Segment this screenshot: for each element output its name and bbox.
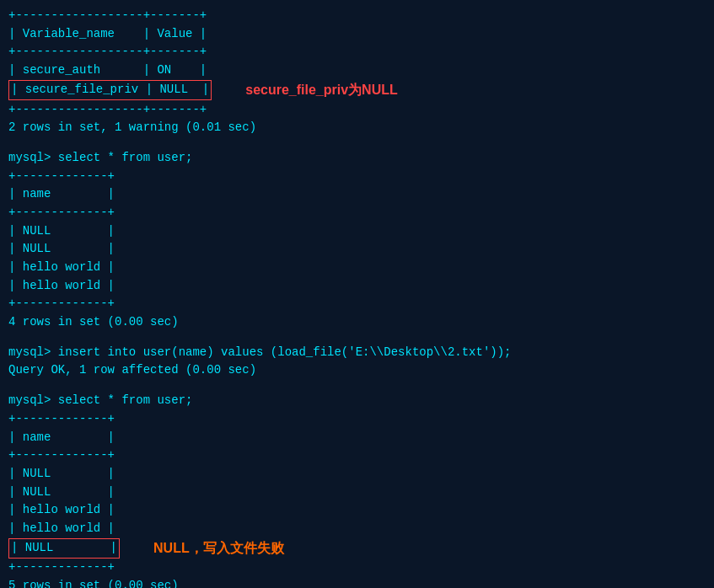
terminal-line: mysql> insert into user(name) values (lo… bbox=[8, 344, 706, 362]
terminal-line: | NULL |NULL，写入文件失败 bbox=[8, 538, 706, 559]
terminal-line: | NULL | bbox=[8, 465, 706, 484]
terminal-line: +-------------+ bbox=[8, 168, 706, 186]
terminal-line: | NULL | bbox=[8, 484, 706, 502]
terminal-line: | NULL | bbox=[8, 222, 706, 241]
terminal-line: 4 rows in set (0.00 sec) bbox=[8, 313, 706, 332]
terminal-line: +------------------+-------+ bbox=[8, 43, 706, 61]
terminal-line bbox=[8, 332, 706, 344]
terminal-line: +-------------+ bbox=[8, 410, 706, 429]
terminal-line: +-------------+ bbox=[8, 446, 706, 465]
terminal-line: 5 rows in set (0.00 sec) bbox=[8, 577, 706, 588]
terminal-line: | hello world | bbox=[8, 520, 706, 538]
terminal-line: | name | bbox=[8, 185, 706, 204]
terminal-line: Query OK, 1 row affected (0.00 sec) bbox=[8, 361, 706, 380]
terminal-line: | secure_file_priv | NULL |secure_file_p… bbox=[8, 80, 706, 101]
terminal-line: | Variable_name | Value | bbox=[8, 25, 706, 44]
terminal-line: | hello world | bbox=[8, 277, 706, 296]
terminal-line: mysql> select * from user; bbox=[8, 392, 706, 410]
terminal-line bbox=[8, 380, 706, 392]
terminal-line: | secure_auth | ON | bbox=[8, 61, 706, 80]
terminal-line: +-------------+ bbox=[8, 204, 706, 222]
terminal-line: mysql> select * from user; bbox=[8, 149, 706, 168]
terminal-line bbox=[8, 137, 706, 149]
terminal: +------------------+-------+| Variable_n… bbox=[0, 0, 714, 588]
terminal-line: +------------------+-------+ bbox=[8, 7, 706, 25]
terminal-line: +------------------+-------+ bbox=[8, 101, 706, 120]
terminal-line: | NULL | bbox=[8, 240, 706, 259]
annotation-secure-file-priv: secure_file_priv为NULL bbox=[245, 80, 398, 101]
terminal-line: +-------------+ bbox=[8, 559, 706, 577]
terminal-line: +-------------+ bbox=[8, 295, 706, 313]
terminal-line: | hello world | bbox=[8, 501, 706, 520]
annotation-null-write-failed: NULL，写入文件失败 bbox=[153, 538, 284, 559]
terminal-line: | name | bbox=[8, 429, 706, 447]
terminal-line: | hello world | bbox=[8, 259, 706, 277]
terminal-line: 2 rows in set, 1 warning (0.01 sec) bbox=[8, 119, 706, 137]
